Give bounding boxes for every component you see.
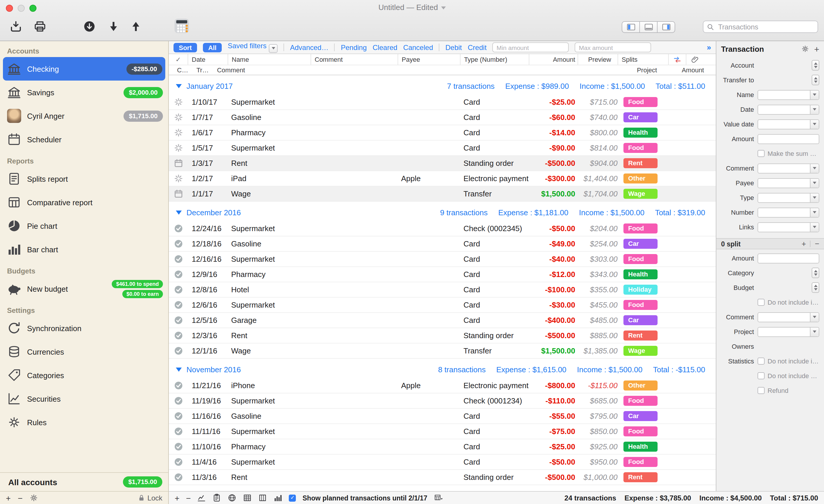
sidebar-item-scheduler[interactable]: Scheduler (0, 128, 168, 151)
sidebar-item-securities[interactable]: Securities (0, 387, 168, 410)
filter-pending-button[interactable]: Pending (341, 43, 367, 52)
sidebar-item-comparative-report[interactable]: Comparative report (0, 191, 168, 214)
combo-input-box[interactable] (757, 178, 819, 188)
combo-arrow-button[interactable] (810, 208, 819, 217)
transaction-row[interactable]: 12/5/16GarageCard-$400.00$485.00Car (169, 313, 716, 328)
date-input-box[interactable] (757, 119, 819, 129)
lock-button[interactable]: Lock (137, 494, 162, 502)
show-planned-checkbox[interactable]: ✓ (289, 494, 296, 501)
arrow-down-icon[interactable] (107, 20, 120, 33)
sort-button[interactable]: Sort (174, 42, 197, 52)
search-input[interactable] (717, 22, 815, 31)
max-amount-input[interactable] (575, 42, 651, 53)
report-icon[interactable] (213, 493, 221, 502)
combo-input-box[interactable] (757, 207, 819, 217)
checkbox[interactable] (757, 299, 764, 306)
transaction-row[interactable]: 11/3/16RentStanding order-$500.00$1,000.… (169, 470, 716, 485)
checkbox[interactable] (757, 358, 764, 365)
calendar-popup-icon[interactable] (434, 493, 442, 502)
transaction-row[interactable]: 1/6/17PharmacyCard-$14.00$800.00Health (169, 125, 716, 140)
text-input-box[interactable] (757, 253, 819, 263)
table-view-icon[interactable] (243, 493, 252, 502)
transaction-row[interactable]: 12/9/16PharmacyCard-$12.00$343.00Health (169, 267, 716, 282)
stepper-control[interactable] (812, 282, 819, 293)
transaction-row[interactable]: 1/1/17WageTransfer$1,500.00$1,704.00Wage (169, 186, 716, 202)
transaction-row[interactable]: 1/10/17SupermarketCard-$25.00$715.00Food (169, 95, 716, 110)
column-header-payee[interactable]: Payee (398, 54, 460, 65)
column-header-amount[interactable]: Amount (529, 54, 578, 65)
sidebar-item-checking[interactable]: Checking-$285.00 (3, 57, 165, 81)
month-group-header[interactable]: January 20177 transactionsExpense : $989… (169, 77, 716, 95)
transaction-row[interactable]: 11/19/16SupermarketCheck (0001234)-$110.… (169, 393, 716, 409)
combo-arrow-button[interactable] (810, 164, 819, 173)
inspector-add-icon[interactable]: + (814, 44, 819, 53)
title-popup-chevron-icon[interactable] (441, 6, 445, 9)
combo-arrow-button[interactable] (810, 327, 819, 336)
sidebar-item-rules[interactable]: Rules (0, 410, 168, 434)
transaction-row[interactable]: 12/6/16SupermarketCard-$30.00$455.00Food (169, 298, 716, 313)
sidebar-item-currencies[interactable]: Currencies (0, 340, 168, 364)
transaction-row[interactable]: 12/18/16GasolineCard-$49.00$254.00Car (169, 236, 716, 252)
column-header-type[interactable]: Type (Number) (460, 54, 529, 65)
sidebar-item-bar-chart[interactable]: Bar chart (0, 237, 168, 261)
toggle-sidebar-button[interactable] (622, 21, 640, 33)
column-header-preview[interactable]: Preview (578, 54, 618, 65)
all-accounts-row[interactable]: All accounts $1,715.00 (0, 472, 168, 491)
text-input-box[interactable] (757, 134, 819, 144)
remove-transaction-button[interactable]: − (186, 494, 191, 502)
add-split-button[interactable]: + (802, 239, 806, 248)
transaction-row[interactable]: 12/24/16SupermarketCheck (0002345)-$50.0… (169, 221, 716, 236)
sidebar-item-categories[interactable]: Categories (0, 364, 168, 387)
combo-arrow-button[interactable] (810, 90, 819, 99)
date-picker-button[interactable] (810, 120, 819, 128)
sidebar-item-pie-chart[interactable]: Pie chart (0, 214, 168, 237)
bar-chart-icon[interactable] (274, 493, 283, 502)
date-picker-button[interactable] (810, 105, 819, 114)
combo-input-box[interactable] (757, 327, 819, 337)
add-transaction-button[interactable]: + (175, 494, 179, 502)
sidebar-item-synchronization[interactable]: Synchronization (0, 316, 168, 340)
combo-input-box[interactable] (757, 193, 819, 203)
inspector-gear-icon[interactable] (801, 45, 809, 53)
toggle-inspector-button[interactable] (657, 21, 675, 33)
checkbox[interactable] (757, 372, 764, 379)
transaction-row[interactable]: 1/7/17GasolineCard-$60.00$740.00Car (169, 110, 716, 125)
combo-input-box[interactable] (757, 163, 819, 173)
dropdown-chevron-icon[interactable] (269, 44, 278, 53)
disclosure-triangle-icon[interactable] (176, 367, 182, 371)
filter-all-button[interactable]: All (203, 42, 222, 52)
saved-filters-dropdown[interactable]: Saved filters (228, 42, 278, 53)
subheader-amount[interactable]: Amount (682, 67, 704, 74)
stepper-control[interactable] (812, 75, 819, 85)
advanced-filter-button[interactable]: Advanced… (290, 43, 328, 52)
transaction-row[interactable]: 11/21/16iPhoneAppleElectronic payment-$8… (169, 378, 716, 393)
column-header-attachment-icon[interactable] (686, 54, 703, 65)
combo-arrow-button[interactable] (810, 179, 819, 187)
add-account-button[interactable]: + (6, 494, 11, 502)
subheader-comment[interactable]: Comment (217, 67, 245, 74)
combo-arrow-button[interactable] (810, 223, 819, 231)
subheader-project[interactable]: Project (637, 67, 657, 74)
column-header-date[interactable]: Date (188, 54, 228, 65)
min-amount-input[interactable] (493, 42, 569, 53)
checkbox[interactable] (757, 387, 764, 394)
import-icon[interactable] (9, 20, 22, 33)
remove-split-button[interactable]: − (815, 239, 819, 248)
sidebar-item-new-budget[interactable]: New budget$461.00 to spend$0.00 to earn (0, 277, 168, 301)
transaction-row[interactable]: 11/10/16PharmacyCard-$25.00$925.00Health (169, 439, 716, 455)
download-circle-icon[interactable] (83, 20, 96, 33)
transaction-row[interactable]: 11/4/16SupermarketCard-$50.00$950.00Food (169, 455, 716, 470)
subheader-c[interactable]: C… (177, 67, 188, 74)
transaction-row[interactable]: 12/3/16RentStanding order-$500.00$885.00… (169, 328, 716, 343)
transaction-row[interactable]: 12/1/16WageTransfer$1,500.00$1,385.00Wag… (169, 343, 716, 359)
toggle-bottombar-button[interactable] (639, 21, 657, 33)
sidebar-item-cyril-anger[interactable]: Cyril Anger$1,715.00 (0, 104, 168, 128)
transaction-row[interactable]: 11/16/16GasolineCard-$55.00$795.00Car (169, 409, 716, 424)
month-group-header[interactable]: December 20169 transactionsExpense : $1,… (169, 203, 716, 221)
column-header-transfer-icon[interactable] (668, 54, 686, 65)
checkbox[interactable] (757, 150, 764, 157)
filter-canceled-button[interactable]: Canceled (403, 43, 433, 52)
calculator-app-icon[interactable] (174, 18, 190, 34)
stepper-control[interactable] (812, 268, 819, 278)
transaction-row[interactable]: 1/5/17SupermarketCard-$90.00$814.00Food (169, 140, 716, 156)
